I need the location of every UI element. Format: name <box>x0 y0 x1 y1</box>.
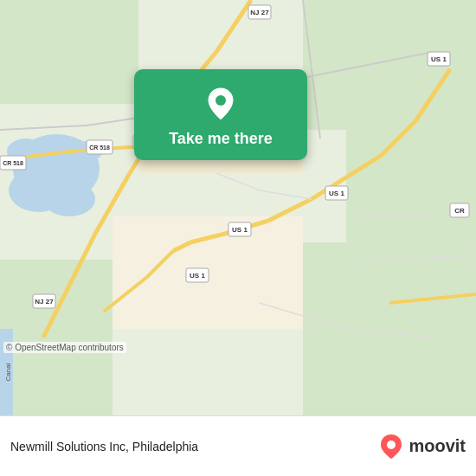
svg-text:CR 518: CR 518 <box>89 145 110 151</box>
svg-text:US 1: US 1 <box>329 190 344 197</box>
moovit-icon <box>377 433 405 460</box>
svg-rect-6 <box>0 0 138 104</box>
svg-text:NJ 27: NJ 27 <box>250 9 269 16</box>
svg-text:CR: CR <box>454 207 465 215</box>
svg-text:US 1: US 1 <box>190 272 205 280</box>
svg-rect-8 <box>346 130 476 242</box>
moovit-brand-label: moovit <box>408 436 466 456</box>
bottom-bar: Newmill Solutions Inc, Philadelphia moov… <box>0 415 476 476</box>
svg-point-67 <box>215 95 226 106</box>
location-pin-icon <box>202 85 240 123</box>
take-me-there-popup[interactable]: Take me there <box>134 69 307 160</box>
map-attribution: © OpenStreetMap contributors <box>3 342 126 353</box>
take-me-there-label[interactable]: Take me there <box>169 130 273 148</box>
svg-text:NJ 27: NJ 27 <box>35 298 54 306</box>
map-view: NJ 27 NJ 27 NJ 27 CR 518 CR 518 US 1 US … <box>0 0 476 415</box>
svg-point-3 <box>43 182 95 216</box>
map-svg: NJ 27 NJ 27 NJ 27 CR 518 CR 518 US 1 US … <box>0 0 476 415</box>
svg-text:CR 518: CR 518 <box>3 160 23 166</box>
svg-text:Canal: Canal <box>4 363 12 381</box>
moovit-logo: moovit <box>377 433 466 460</box>
svg-text:US 1: US 1 <box>431 55 447 63</box>
svg-point-68 <box>387 441 396 449</box>
svg-rect-9 <box>303 242 476 415</box>
svg-rect-10 <box>0 260 113 415</box>
location-title: Newmill Solutions Inc, Philadelphia <box>10 440 198 453</box>
svg-text:US 1: US 1 <box>232 226 248 234</box>
